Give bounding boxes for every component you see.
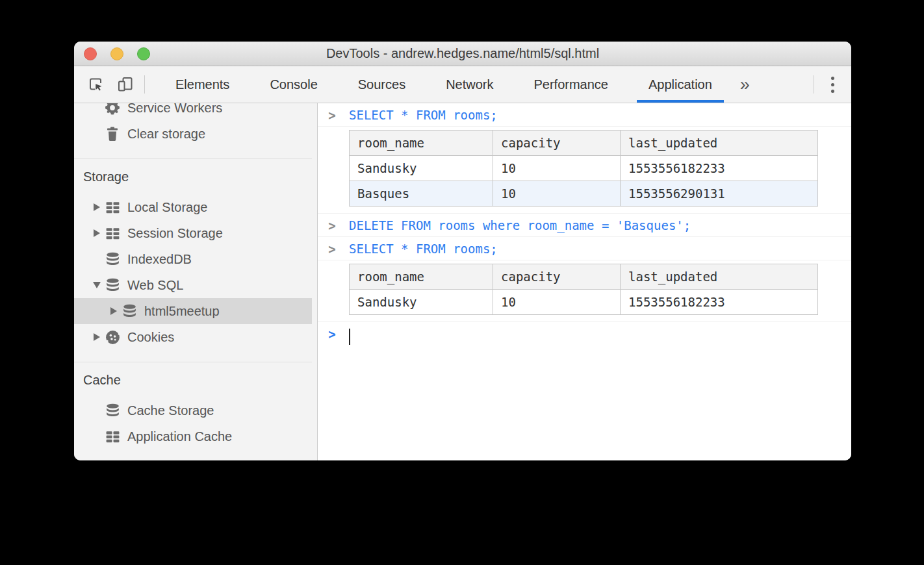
column-header: room_name (350, 264, 493, 290)
close-window-button[interactable] (84, 47, 97, 60)
device-toolbar-button[interactable] (117, 76, 134, 93)
expand-arrow[interactable] (90, 333, 104, 341)
toolbar-divider (144, 75, 145, 94)
table-row: Basques 10 1553556290131 (350, 181, 818, 207)
history-chevron-icon: > (328, 240, 335, 258)
sidebar-item-label: Cache Storage (127, 403, 214, 418)
sidebar-item-html5meetup[interactable]: html5meetup (74, 298, 317, 324)
cell-capacity: 10 (493, 290, 621, 315)
sidebar-item-cache-storage[interactable]: Cache Storage (74, 397, 317, 423)
console-command: > SELECT * FROM rooms; (318, 103, 851, 127)
sidebar-item-clear-storage[interactable]: Clear storage (74, 121, 317, 147)
cell-last-updated: 1553556290131 (621, 181, 818, 207)
cookie-icon (104, 329, 121, 345)
console-command: > DELETE FROM rooms where room_name = 'B… (318, 214, 851, 237)
tab-sources[interactable]: Sources (346, 66, 417, 103)
sidebar-item-label: IndexedDB (127, 252, 192, 267)
dot-icon (831, 90, 834, 93)
inspect-element-button[interactable] (87, 76, 104, 93)
minimize-window-button[interactable] (110, 47, 123, 60)
trash-icon (104, 125, 121, 142)
sql-query-text: SELECT * FROM rooms; (349, 108, 498, 122)
tab-console[interactable]: Console (258, 66, 329, 103)
double-chevron-icon: » (740, 75, 750, 95)
expand-arrow[interactable] (107, 307, 121, 315)
tab-elements[interactable]: Elements (164, 66, 241, 103)
devtools-toolbar: Elements Console Sources Network Perform… (74, 66, 851, 103)
cell-last-updated: 1553556182233 (621, 290, 818, 315)
sidebar-item-label: Clear storage (127, 127, 205, 142)
sidebar-item-application-cache[interactable]: Application Cache (74, 423, 317, 449)
more-tabs-button[interactable]: » (732, 66, 758, 103)
devtools-menu-button[interactable] (831, 66, 834, 103)
table-header-row: room_name capacity last_updated (350, 131, 818, 156)
expand-arrow[interactable] (90, 203, 104, 211)
chevron-right-icon (94, 333, 100, 341)
column-header: capacity (493, 264, 621, 290)
chevron-right-icon (94, 203, 100, 211)
table-grid-icon (104, 199, 121, 216)
sql-query-text: SELECT * FROM rooms; (349, 242, 498, 256)
toolbar-left-icons (74, 66, 134, 103)
sidebar-item-label: Application Cache (127, 429, 232, 444)
sidebar-item-label: Service Workers (127, 103, 222, 116)
titlebar: DevTools - andrew.hedges.name/html5/sql.… (74, 42, 851, 66)
section-header-cache: Cache (74, 362, 317, 397)
console-prompt[interactable]: > (318, 322, 851, 347)
sidebar-item-local-storage[interactable]: Local Storage (74, 194, 317, 220)
tab-application[interactable]: Application (637, 66, 724, 103)
sidebar-item-indexeddb[interactable]: IndexedDB (74, 246, 317, 272)
table-header-row: room_name capacity last_updated (350, 264, 818, 290)
cell-capacity: 10 (493, 181, 621, 207)
inspect-cursor-icon (87, 76, 104, 93)
cell-capacity: 10 (493, 156, 621, 181)
sidebar-item-label: Web SQL (127, 278, 183, 293)
service-worker-gear-icon (104, 103, 121, 116)
database-icon (121, 303, 138, 320)
history-chevron-icon: > (328, 216, 335, 235)
chevron-right-icon (94, 229, 100, 237)
expand-arrow[interactable] (90, 229, 104, 237)
panel-tabs: Elements Console Sources Network Perform… (155, 66, 732, 103)
window-title: DevTools - andrew.hedges.name/html5/sql.… (326, 46, 599, 61)
window-controls (84, 47, 164, 60)
console-result: room_name capacity last_updated Sandusky… (318, 260, 851, 322)
console-result: room_name capacity last_updated Sandusky… (318, 127, 851, 214)
devtools-window: DevTools - andrew.hedges.name/html5/sql.… (74, 42, 851, 460)
sidebar-item-web-sql[interactable]: Web SQL (74, 272, 317, 298)
database-icon (104, 251, 121, 268)
column-header: last_updated (621, 131, 818, 156)
cell-room-name: Sandusky (350, 156, 493, 181)
section-header-storage: Storage (74, 159, 317, 194)
tab-network[interactable]: Network (434, 66, 505, 103)
text-cursor (349, 329, 350, 345)
sidebar-item-session-storage[interactable]: Session Storage (74, 220, 317, 246)
toolbar-spacer (760, 66, 803, 103)
query-result-table: room_name capacity last_updated Sandusky… (349, 130, 818, 207)
device-toolbar-icon (117, 76, 134, 93)
column-header: last_updated (621, 264, 818, 290)
cell-room-name: Basques (350, 181, 493, 207)
prompt-chevron-icon: > (328, 325, 335, 344)
sidebar-item-label: Session Storage (127, 226, 223, 241)
application-sidebar: Service Workers Clear storage S (74, 103, 318, 460)
database-icon (104, 277, 121, 294)
sidebar-item-cookies[interactable]: Cookies (74, 324, 317, 350)
sidebar-item-label: Local Storage (127, 200, 207, 215)
collapse-arrow[interactable] (90, 282, 104, 288)
dot-icon (831, 77, 834, 80)
chevron-down-icon (93, 282, 101, 288)
console-command: > SELECT * FROM rooms; (318, 237, 851, 260)
table-grid-icon (104, 428, 121, 445)
tab-performance[interactable]: Performance (522, 66, 621, 103)
dot-icon (831, 83, 834, 86)
table-grid-icon (104, 225, 121, 242)
zoom-window-button[interactable] (137, 47, 150, 60)
chevron-right-icon (110, 307, 117, 315)
column-header: room_name (350, 131, 493, 156)
websql-console: > SELECT * FROM rooms; room_name capacit… (318, 103, 851, 460)
query-result-table: room_name capacity last_updated Sandusky… (349, 264, 818, 315)
toolbar-divider-right (814, 75, 814, 94)
sidebar-item-service-workers[interactable]: Service Workers (74, 103, 317, 121)
history-chevron-icon: > (328, 106, 335, 125)
